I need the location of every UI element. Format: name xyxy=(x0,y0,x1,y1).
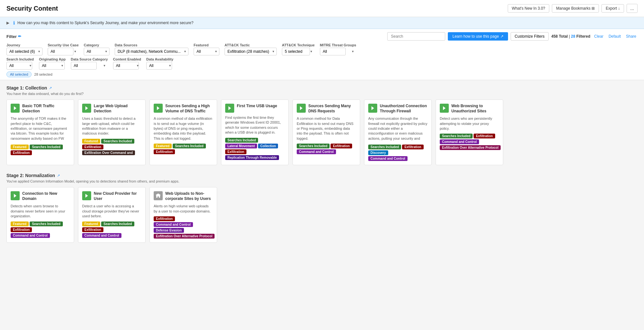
filter-journey-label: Journey xyxy=(6,43,43,47)
filter-originating-app-select[interactable]: All xyxy=(39,62,65,70)
card-title: Connection to New Domain xyxy=(22,191,70,201)
svg-marker-5 xyxy=(371,106,374,110)
filter-attck-technique: ATT&CK Technique 5 selected xyxy=(282,43,315,55)
stage-2-cards-grid: Connection to New Domain Detects when us… xyxy=(6,187,638,243)
share-button[interactable]: Share xyxy=(625,34,638,39)
stage-2-link-icon[interactable]: ↗ xyxy=(57,174,60,178)
filter-attck-tactic: ATT&CK Tactic Exfiltration (28 matches) xyxy=(225,43,277,55)
card-tags: FeaturedSearches IncludedExfiltration xyxy=(11,145,70,155)
tag: Exfiltration xyxy=(154,216,175,221)
filter-data-source-category-wrap: All xyxy=(71,62,108,70)
card-0[interactable]: Connection to New Domain Detects when us… xyxy=(6,187,74,243)
filter-originating-app-wrap: All xyxy=(39,62,66,70)
filter-category: Category All xyxy=(84,43,110,55)
filter-category-select[interactable]: All xyxy=(84,48,110,55)
filter-data-availability-select[interactable]: All xyxy=(146,62,172,70)
filter-mitre-wrap: All xyxy=(320,48,356,55)
external-link-icon: ↗ xyxy=(500,34,504,39)
main-content: Stage 1: Collection ↗ You have the data … xyxy=(0,80,644,256)
card-title: Sources Sending Many DNS Requests xyxy=(308,104,356,114)
export-button[interactable]: Export ↓ xyxy=(601,4,624,13)
filter-content-enabled-select[interactable]: All xyxy=(113,62,139,70)
card-description: A common method for Data Exfiltration is… xyxy=(297,116,356,141)
card-title: New Cloud Provider for User xyxy=(94,191,141,201)
tag: Exfiltration xyxy=(474,134,495,138)
tag: Exfiltration Over Alternative Protocol xyxy=(154,234,215,239)
filter-search-included-select[interactable]: All xyxy=(6,62,32,70)
card-1[interactable]: New Cloud Provider for User Detect a use… xyxy=(78,187,146,243)
card-header: New Cloud Provider for User xyxy=(82,191,141,201)
filter-data-sources-label: Data Sources xyxy=(115,43,188,47)
card-tags: Searches IncludedExfiltrationCommand and… xyxy=(297,144,356,154)
all-selected-badge: All selected xyxy=(6,71,32,77)
info-toggle-icon[interactable]: ▶ xyxy=(6,21,9,25)
card-icon xyxy=(11,191,20,200)
default-button[interactable]: Default xyxy=(607,34,622,39)
stage-1-link-icon[interactable]: ↗ xyxy=(49,86,52,90)
more-options-button[interactable]: ... xyxy=(627,4,638,13)
card-4[interactable]: Sources Sending Many DNS Requests A comm… xyxy=(293,99,360,165)
filter-data-sources: Data Sources DLP (8 matches), Network Co… xyxy=(115,43,188,55)
tag: Searches Included xyxy=(440,134,473,138)
filter-row-1: Journey All selected (6) Security Use Ca… xyxy=(6,43,638,55)
filter-data-sources-wrap: DLP (8 matches), Network Commu... xyxy=(115,48,188,55)
page-title: Security Content xyxy=(6,5,58,12)
tag: Command and Control xyxy=(11,233,50,238)
card-title: Large Web Upload Detection xyxy=(94,104,141,114)
card-tags: Searches IncludedExfiltrationCommand and… xyxy=(440,134,499,150)
card-header: First Time USB Usage xyxy=(225,104,284,113)
info-banner: ▶ ℹ How can you map this content to Splu… xyxy=(0,17,644,29)
header-actions: What's New In 3.0? Manage Bookmarks ⊞ Ex… xyxy=(508,4,638,13)
filter-data-source-category-select[interactable]: All xyxy=(71,62,97,70)
card-icon xyxy=(11,104,20,113)
card-title: Sources Sending a High Volume of DNS Tra… xyxy=(165,104,213,114)
filter-journey-select[interactable]: All selected (6) xyxy=(6,48,43,55)
tag: Command and Control xyxy=(297,149,336,154)
card-header: Unauthorized Connection Through Firewall xyxy=(368,104,428,114)
svg-marker-8 xyxy=(85,194,88,198)
tag: Command and Control xyxy=(82,233,121,238)
tag: Exfiltration Over Alternative Protocol xyxy=(440,145,501,150)
filter-mitre-select[interactable]: All xyxy=(320,48,346,55)
filter-attck-technique-label: ATT&CK Technique xyxy=(282,43,315,47)
header: Security Content What's New In 3.0? Mana… xyxy=(0,0,644,17)
tag: Featured xyxy=(154,144,172,148)
filter-attck-technique-select[interactable]: 5 selected xyxy=(282,48,310,55)
manage-bookmarks-button[interactable]: Manage Bookmarks ⊞ xyxy=(552,4,599,13)
card-6[interactable]: Web Browsing to Unauthorized Sites Detec… xyxy=(436,99,503,165)
filter-data-availability-wrap: All xyxy=(146,62,173,70)
whats-new-button[interactable]: What's New In 3.0? xyxy=(508,4,550,13)
selected-count: 28 selected xyxy=(34,72,52,76)
card-header: Web Browsing to Unauthorized Sites xyxy=(440,104,499,114)
card-2[interactable]: Sources Sending a High Volume of DNS Tra… xyxy=(149,99,217,165)
card-description: The anonymity of TOR makes it the perfec… xyxy=(11,116,70,142)
filter-edit-icon[interactable]: ✏ xyxy=(18,34,21,39)
card-description: Any communication through the firewall n… xyxy=(368,116,428,142)
card-1[interactable]: Large Web Upload Detection Uses a basic … xyxy=(78,99,146,165)
filter-journey-select-wrap: All selected (6) xyxy=(6,48,43,55)
filter-security-use-case-select[interactable]: All xyxy=(48,48,73,55)
filter-originating-app-label: Originating App xyxy=(39,57,66,61)
filter-featured-select[interactable]: All xyxy=(194,48,219,55)
filter-attck-tactic-select[interactable]: Exfiltration (28 matches) xyxy=(225,48,277,55)
filter-data-availability: Data Availability All xyxy=(146,57,173,70)
filter-content-enabled-label: Content Enabled xyxy=(113,57,141,61)
filter-data-sources-select[interactable]: DLP (8 matches), Network Commu... xyxy=(115,48,188,55)
search-input[interactable] xyxy=(387,32,445,41)
clear-button[interactable]: Clear xyxy=(593,34,605,39)
card-3[interactable]: First Time USB Usage Find systems the fi… xyxy=(221,99,289,165)
info-text: How can you map this content to Splunk's… xyxy=(17,21,193,25)
tag: Collection xyxy=(258,144,278,148)
customize-filters-button[interactable]: Customize Filters xyxy=(511,32,549,41)
svg-marker-0 xyxy=(14,106,16,110)
card-description: Detect users who are persistently attemp… xyxy=(440,116,499,131)
card-icon xyxy=(82,104,91,113)
filter-right: Learn how to use this page ↗ Customize F… xyxy=(387,32,638,41)
card-description: Detect a user who is accessing a cloud s… xyxy=(82,204,141,219)
learn-button[interactable]: Learn how to use this page ↗ xyxy=(448,32,508,41)
card-2[interactable]: Web Uploads to Non-corporate Sites by Us… xyxy=(149,187,217,243)
stage-2-header: Stage 2: Normalization ↗ xyxy=(6,173,638,178)
card-0[interactable]: Basic TOR Traffic Detection The anonymit… xyxy=(6,99,74,165)
tag: Featured xyxy=(11,145,29,149)
card-5[interactable]: Unauthorized Connection Through Firewall… xyxy=(364,99,432,165)
